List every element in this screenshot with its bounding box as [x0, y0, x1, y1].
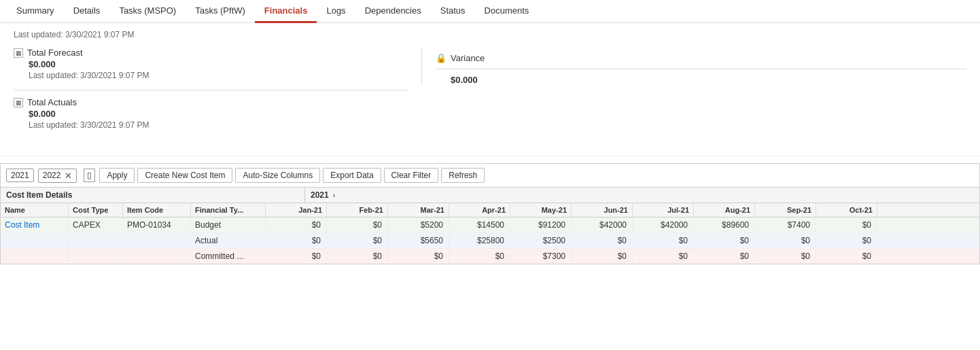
actuals-icon: ▦	[14, 98, 23, 107]
grid-header-group: Cost Item Details 2021 ‹	[1, 188, 979, 203]
financials-summary: Last updated: 3/30/2021 9:07 PM ▦ Total …	[0, 23, 980, 156]
clear-filter-button[interactable]: Clear Filter	[384, 168, 439, 183]
col-header-apr21: Apr-21	[449, 203, 510, 217]
variance-value: $0.000	[451, 75, 966, 85]
variance-label: Variance	[451, 53, 485, 63]
auto-size-columns-button[interactable]: Auto-Size Columns	[235, 168, 320, 183]
cell-jan21-committed: $0	[266, 249, 327, 264]
col-header-sep21: Sep-21	[755, 203, 816, 217]
year-nav-prev[interactable]: ‹	[333, 191, 336, 199]
variance-divider	[436, 69, 966, 69]
total-actuals-value: $0.000	[29, 109, 408, 119]
last-updated-top: Last updated: 3/30/2021 9:07 PM	[14, 30, 966, 39]
tab-summary[interactable]: Summary	[7, 0, 64, 23]
tab-status[interactable]: Status	[431, 0, 475, 23]
cell-fintype-budget: Budget	[191, 217, 266, 232]
group-year-label: 2021 ‹	[305, 188, 979, 203]
cell-jan21-actual: $0	[266, 233, 327, 248]
total-actuals-label: Total Actuals	[27, 97, 77, 107]
cell-feb21-budget: $0	[327, 217, 388, 232]
summary-left: ▦ Total Forecast $0.000 Last updated: 3/…	[14, 48, 421, 139]
total-actuals-item: ▦ Total Actuals $0.000 Last updated: 3/3…	[14, 97, 408, 130]
table-row: Actual $0 $0 $5650 $25800 $2500 $0 $0 $0…	[1, 233, 979, 249]
year-2022-pill[interactable]: 2022 ✕	[38, 169, 77, 183]
col-header-oct21: Oct-21	[816, 203, 877, 217]
col-header-jan21: Jan-21	[266, 203, 327, 217]
col-header-costtype: Cost Type	[69, 203, 123, 217]
cell-feb21-committed: $0	[327, 249, 388, 264]
group-details-label: Cost Item Details	[1, 188, 305, 203]
forecast-icon: ▦	[14, 48, 23, 58]
cell-itemcode: PMO-01034	[123, 217, 191, 232]
cell-fintype-actual: Actual	[191, 233, 266, 248]
export-data-button[interactable]: Export Data	[323, 168, 381, 183]
summary-right: 🔒 Variance $0.000	[421, 48, 966, 85]
col-header-mar21: Mar-21	[388, 203, 449, 217]
cell-aug21-actual: $0	[694, 233, 755, 248]
cell-apr21-budget: $14500	[449, 217, 510, 232]
cell-oct21-budget: $0	[816, 217, 877, 232]
cell-fintype-committed: Committed ...	[191, 249, 266, 264]
cell-oct21-actual: $0	[816, 233, 877, 248]
grid-container: 2021 2022 ✕ ▯ Apply Create New Cost Item…	[0, 163, 980, 264]
apply-button[interactable]: Apply	[99, 168, 135, 183]
cell-mar21-budget: $5200	[388, 217, 449, 232]
tab-dependencies[interactable]: Dependencies	[355, 0, 431, 23]
cell-itemcode-actual	[123, 233, 191, 248]
total-forecast-label: Total Forecast	[27, 48, 83, 58]
cell-name-costitem[interactable]: Cost Item	[1, 217, 69, 232]
col-header-feb21: Feb-21	[327, 203, 388, 217]
table-row: Cost Item CAPEX PMO-01034 Budget $0 $0 $…	[1, 217, 979, 233]
cost-item-link[interactable]: Cost Item	[5, 220, 39, 230]
cell-name-committed	[1, 249, 69, 264]
forecast-updated: Last updated: 3/30/2021 9:07 PM	[29, 71, 408, 80]
summary-row: ▦ Total Forecast $0.000 Last updated: 3/…	[14, 48, 966, 139]
variance-title: 🔒 Variance	[436, 53, 966, 63]
tab-tasks-mspo[interactable]: Tasks (MSPO)	[109, 0, 186, 23]
nav-tabs: Summary Details Tasks (MSPO) Tasks (PftW…	[0, 0, 980, 23]
copy-icon[interactable]: ▯	[84, 169, 95, 182]
cell-oct21-committed: $0	[816, 249, 877, 264]
tab-tasks-pftw[interactable]: Tasks (PftW)	[186, 0, 255, 23]
tab-details[interactable]: Details	[64, 0, 110, 23]
cell-apr21-actual: $25800	[449, 233, 510, 248]
cell-sep21-committed: $0	[755, 249, 816, 264]
cell-jul21-actual: $0	[633, 233, 694, 248]
col-header-jun21: Jun-21	[572, 203, 633, 217]
total-actuals-title: ▦ Total Actuals	[14, 97, 408, 107]
refresh-button[interactable]: Refresh	[441, 168, 485, 183]
cell-mar21-actual: $5650	[388, 233, 449, 248]
total-forecast-item: ▦ Total Forecast $0.000 Last updated: 3/…	[14, 48, 408, 80]
col-header-may21: May-21	[510, 203, 572, 217]
cell-itemcode-committed	[123, 249, 191, 264]
cell-costtype-actual	[69, 233, 123, 248]
total-forecast-title: ▦ Total Forecast	[14, 48, 408, 58]
year-2022-close[interactable]: ✕	[65, 171, 72, 181]
cell-may21-budget: $91200	[510, 217, 572, 232]
create-cost-item-button[interactable]: Create New Cost Item	[137, 168, 232, 183]
cell-jun21-committed: $0	[572, 249, 633, 264]
cell-jul21-committed: $0	[633, 249, 694, 264]
cell-may21-committed: $7300	[510, 249, 572, 264]
col-header-jul21: Jul-21	[633, 203, 694, 217]
tab-financials[interactable]: Financials	[255, 0, 317, 23]
cell-sep21-actual: $0	[755, 233, 816, 248]
grid-toolbar: 2021 2022 ✕ ▯ Apply Create New Cost Item…	[0, 163, 980, 187]
col-headers: Name Cost Type Item Code Financial Ty...…	[1, 203, 979, 217]
tab-logs[interactable]: Logs	[317, 0, 355, 23]
tab-documents[interactable]: Documents	[475, 0, 539, 23]
cell-feb21-actual: $0	[327, 233, 388, 248]
col-header-fintype: Financial Ty...	[191, 203, 266, 217]
actuals-updated: Last updated: 3/30/2021 9:07 PM	[29, 120, 408, 130]
summary-divider-1	[14, 90, 408, 90]
cell-apr21-committed: $0	[449, 249, 510, 264]
cell-sep21-budget: $7400	[755, 217, 816, 232]
grid-wrapper: Cost Item Details 2021 ‹ Name Cost Type …	[0, 187, 980, 264]
cell-mar21-committed: $0	[388, 249, 449, 264]
cell-costtype-committed	[69, 249, 123, 264]
total-forecast-value: $0.000	[29, 59, 408, 69]
year-2021-pill[interactable]: 2021	[6, 169, 34, 182]
cell-aug21-committed: $0	[694, 249, 755, 264]
cell-jun21-actual: $0	[572, 233, 633, 248]
col-header-itemcode: Item Code	[123, 203, 191, 217]
